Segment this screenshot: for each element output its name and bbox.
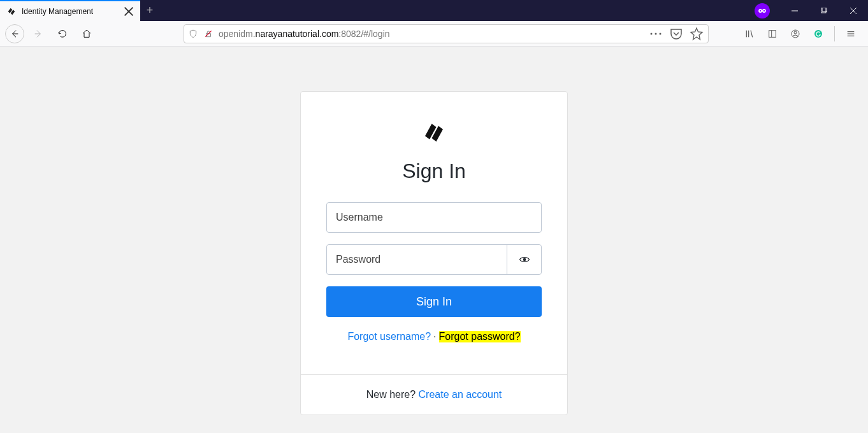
toolbar-separator <box>834 26 835 41</box>
forgot-password-link[interactable]: Forgot password? <box>439 331 521 342</box>
url-path: :8082/#/login <box>338 29 389 39</box>
sidebar-button[interactable] <box>763 24 782 43</box>
home-icon <box>82 29 92 39</box>
secondary-links: Forgot username? · Forgot password? <box>347 331 520 342</box>
svg-rect-6 <box>822 8 827 11</box>
nav-forward-button <box>28 24 48 44</box>
minimize-icon <box>792 8 798 14</box>
dots-icon <box>648 26 663 41</box>
forgot-username-link[interactable]: Forgot username? <box>347 331 431 342</box>
insecure-lock-icon[interactable] <box>203 29 213 39</box>
pocket-icon <box>669 26 684 41</box>
password-input[interactable] <box>327 245 507 274</box>
app-logo-icon <box>419 117 449 148</box>
maximize-icon <box>821 8 827 14</box>
extension-button[interactable] <box>809 24 828 43</box>
svg-point-15 <box>794 31 797 34</box>
login-title: Sign In <box>402 159 466 183</box>
password-visibility-toggle[interactable] <box>507 245 541 274</box>
url-subdomain: openidm. <box>219 29 256 39</box>
login-card-footer: New here? Create an account <box>301 374 567 415</box>
account-icon <box>790 29 800 39</box>
login-card: Sign In Sign In Forgot username? · Forgo… <box>300 91 568 415</box>
password-field-wrapper <box>326 244 542 275</box>
window-minimize-button[interactable] <box>780 0 809 21</box>
login-card-body: Sign In Sign In Forgot username? · Forgo… <box>301 92 567 374</box>
browser-tab-active[interactable]: Identity Management <box>0 0 140 21</box>
new-here-text: New here? <box>366 389 419 400</box>
username-input[interactable] <box>336 203 532 232</box>
tab-title: Identity Management <box>22 7 119 16</box>
svg-point-2 <box>760 10 761 11</box>
svg-rect-12 <box>769 30 776 37</box>
tab-close-button[interactable] <box>124 6 134 17</box>
close-icon <box>850 8 857 14</box>
svg-point-3 <box>763 10 765 11</box>
page-actions-button[interactable] <box>648 26 663 41</box>
address-bar[interactable]: openidm.narayanatutorial.com:8082/#/logi… <box>184 24 709 43</box>
svg-point-9 <box>651 33 653 34</box>
window-titlebar: Identity Management + <box>0 0 868 21</box>
hamburger-icon <box>846 29 856 39</box>
eye-icon <box>519 254 530 265</box>
arrow-right-icon <box>33 29 43 39</box>
username-field-wrapper <box>326 202 542 233</box>
window-close-button[interactable] <box>839 0 868 21</box>
grammarly-icon <box>813 29 823 39</box>
arrow-left-icon <box>10 29 20 39</box>
star-icon <box>689 26 704 41</box>
browser-toolbar: openidm.narayanatutorial.com:8082/#/logi… <box>0 21 868 47</box>
url-domain: narayanatutorial.com <box>256 29 339 39</box>
signin-button[interactable]: Sign In <box>326 286 542 317</box>
create-account-link[interactable]: Create an account <box>419 389 502 400</box>
url-text[interactable]: openidm.narayanatutorial.com:8082/#/logi… <box>219 29 643 39</box>
bookmark-button[interactable] <box>689 26 704 41</box>
new-tab-button[interactable]: + <box>140 0 159 21</box>
shield-icon[interactable] <box>188 29 198 39</box>
nav-home-button[interactable] <box>76 24 97 44</box>
library-icon <box>744 29 755 39</box>
svg-rect-5 <box>821 8 826 13</box>
reload-icon <box>57 29 68 39</box>
private-mode-icon <box>755 3 770 18</box>
link-separator: · <box>433 331 436 342</box>
tab-favicon-icon <box>6 6 17 17</box>
account-button[interactable] <box>786 24 805 43</box>
svg-point-20 <box>523 258 526 261</box>
nav-back-button[interactable] <box>5 24 24 43</box>
svg-point-10 <box>655 33 657 34</box>
svg-point-11 <box>660 33 662 34</box>
page-content: Sign In Sign In Forgot username? · Forgo… <box>0 47 868 433</box>
toolbar-right <box>740 24 863 43</box>
library-button[interactable] <box>740 24 759 43</box>
close-icon <box>124 6 134 17</box>
nav-reload-button[interactable] <box>52 24 73 44</box>
pocket-button[interactable] <box>669 26 684 41</box>
window-controls <box>755 0 868 21</box>
app-menu-button[interactable] <box>841 24 860 43</box>
sidebar-icon <box>767 29 778 39</box>
window-maximize-button[interactable] <box>809 0 839 21</box>
